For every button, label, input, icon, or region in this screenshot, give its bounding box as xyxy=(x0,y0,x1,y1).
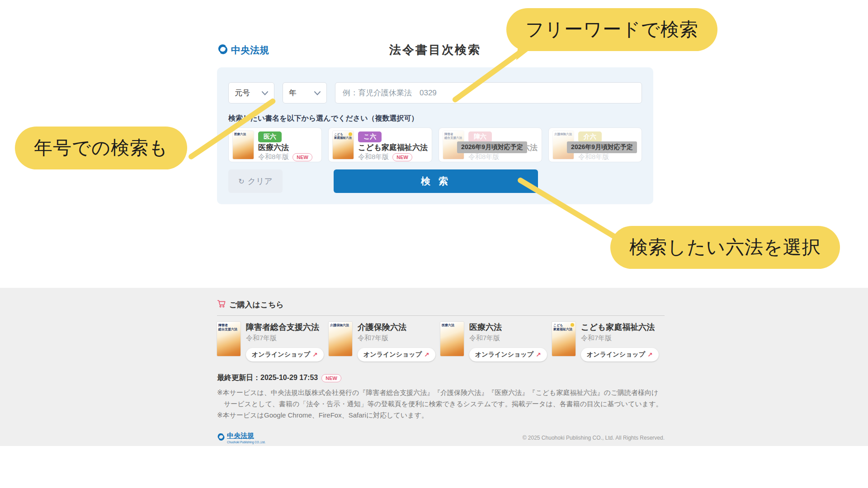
purchase-section: ご購入はこちら 障害者 総合支援六法 障害者総合支援六法 令和7年版 オンライン… xyxy=(0,288,868,446)
purchase-book-title: 介護保険六法 xyxy=(358,322,435,333)
purchase-book-edition: 令和7年版 xyxy=(581,334,659,343)
purchase-item: こども 家庭福祉六法 こども家庭福祉六法 令和7年版 オンラインショップ ↗ xyxy=(552,322,664,361)
chevron-down-icon xyxy=(262,89,268,98)
new-badge: NEW xyxy=(292,153,312,161)
book-cover-thumbnail: 介護保険六法 xyxy=(329,322,352,356)
book-badge: 介六 xyxy=(578,131,602,142)
external-link-icon: ↗ xyxy=(424,351,429,358)
footer-logo-text: 中央法規 xyxy=(227,432,254,439)
new-badge: NEW xyxy=(392,153,412,161)
service-note-1: ※本サービスは、中央法規出版株式会社発行の『障害者総合支援六法』『介護保険六法』… xyxy=(217,387,665,410)
book-cover-thumbnail: 医療六法 xyxy=(440,322,464,356)
book-edition: 令和8年版 xyxy=(258,153,289,161)
purchase-book-edition: 令和7年版 xyxy=(358,334,435,343)
year-select-value: 年 xyxy=(289,88,297,98)
purchase-item: 介護保険六法 介護保険六法 令和7年版 オンラインショップ ↗ xyxy=(329,322,440,361)
online-shop-label: オンラインショップ xyxy=(475,351,533,359)
keyword-input[interactable] xyxy=(335,82,642,103)
brand-logo-icon xyxy=(217,433,225,443)
year-select[interactable]: 年 xyxy=(283,82,327,103)
callout-free-word-search: フリーワードで検索 xyxy=(506,8,717,51)
online-shop-button[interactable]: オンラインショップ ↗ xyxy=(246,348,324,361)
purchase-item: 障害者 総合支援六法 障害者総合支援六法 令和7年版 オンラインショップ ↗ xyxy=(217,322,329,361)
era-select-value: 元号 xyxy=(235,88,250,98)
search-button[interactable]: 検 索 xyxy=(334,169,538,193)
footer-logo-subtext: Chuohoki Publishing CO.,Ltd. xyxy=(227,441,265,444)
page: 中央法規 法令書目次検索 元号 年 検索したい書名を以下から選んでください（複数… xyxy=(0,0,868,488)
divider xyxy=(217,315,665,316)
purchase-heading: ご購入はこちら xyxy=(229,300,284,310)
book-badge: 障六 xyxy=(468,131,492,142)
era-select[interactable]: 元号 xyxy=(228,82,274,103)
search-panel: 元号 年 検索したい書名を以下から選んでください（複数選択可） 医療六法 医六 xyxy=(217,67,653,204)
external-link-icon: ↗ xyxy=(312,351,318,358)
book-card-kodomo[interactable]: こども 家庭福祉六法 こ六 こども家庭福祉六法 令和8年版 NEW xyxy=(328,127,432,162)
purchase-book-title: こども家庭福祉六法 xyxy=(581,322,659,333)
footer-logo-link[interactable]: 中央法規 Chuohoki Publishing CO.,Ltd. xyxy=(217,432,265,444)
book-badge: 医六 xyxy=(258,131,282,142)
online-shop-label: オンラインショップ xyxy=(363,351,422,359)
new-badge: NEW xyxy=(321,374,341,382)
online-shop-button[interactable]: オンラインショップ ↗ xyxy=(581,348,659,361)
book-card-iryo[interactable]: 医療六法 医六 医療六法 令和8年版 NEW xyxy=(228,127,322,162)
book-select-label: 検索したい書名を以下から選んでください（複数選択可） xyxy=(228,114,642,123)
callout-text: 年号での検索も xyxy=(34,137,168,158)
book-title: こども家庭福祉六法 xyxy=(358,142,428,153)
book-card-kaigo: 介護保険六法 介六 介護保険六法 令和8年版 2026年9月頃対応予定 xyxy=(548,127,642,162)
online-shop-label: オンラインショップ xyxy=(252,351,310,359)
purchase-book-edition: 令和7年版 xyxy=(246,334,324,343)
purchase-item-list: 障害者 総合支援六法 障害者総合支援六法 令和7年版 オンラインショップ ↗ 介… xyxy=(217,322,665,361)
last-updated-text: 最終更新日：2025-10-29 17:53 xyxy=(217,373,318,383)
book-cover-thumbnail: 障害者 総合支援六法 xyxy=(217,322,241,356)
callout-select-books: 検索したい六法を選択 xyxy=(610,226,840,269)
book-badge: こ六 xyxy=(358,131,382,142)
book-card-shogaisha: 障害者 総合支援六法 障六 障害者総合支援六法 令和8年版 2026年9月頃対応… xyxy=(439,127,542,162)
copyright-text: © 2025 Chuohoki Publishing CO., Ltd. All… xyxy=(523,435,665,441)
book-card-list: 医療六法 医六 医療六法 令和8年版 NEW こども 家庭福祉六法 xyxy=(228,127,642,162)
coming-soon-tag: 2026年9月頃対応予定 xyxy=(567,141,637,153)
purchase-item: 医療六法 医療六法 令和7年版 オンラインショップ ↗ xyxy=(440,322,552,361)
online-shop-button[interactable]: オンラインショップ ↗ xyxy=(469,348,547,361)
cart-icon xyxy=(217,300,226,310)
coming-soon-tag: 2026年9月頃対応予定 xyxy=(457,141,527,153)
reset-icon: ↻ xyxy=(238,177,244,186)
service-note-2: ※本サービスはGoogle Chrome、FireFox、Safariに対応して… xyxy=(217,410,665,421)
callout-text: フリーワードで検索 xyxy=(525,19,698,40)
clear-button[interactable]: ↻ クリア xyxy=(228,169,283,193)
book-title: 医療六法 xyxy=(258,142,317,153)
book-edition: 令和8年版 xyxy=(468,153,499,161)
book-cover-thumbnail: こども 家庭福祉六法 xyxy=(552,322,576,356)
online-shop-label: オンラインショップ xyxy=(587,351,645,359)
purchase-book-edition: 令和7年版 xyxy=(469,334,547,343)
callout-text: 検索したい六法を選択 xyxy=(629,237,821,258)
online-shop-button[interactable]: オンラインショップ ↗ xyxy=(358,348,435,361)
chevron-down-icon xyxy=(314,89,321,98)
clear-button-label: クリア xyxy=(248,176,273,187)
external-link-icon: ↗ xyxy=(536,351,541,358)
purchase-book-title: 障害者総合支援六法 xyxy=(246,322,324,333)
book-edition: 令和8年版 xyxy=(578,153,609,161)
callout-era-search: 年号での検索も xyxy=(15,127,187,169)
book-cover-thumbnail: 医療六法 xyxy=(233,131,254,159)
book-edition: 令和8年版 xyxy=(358,153,389,161)
book-cover-thumbnail: こども 家庭福祉六法 xyxy=(333,131,354,159)
purchase-book-title: 医療六法 xyxy=(469,322,547,333)
external-link-icon: ↗ xyxy=(647,351,653,358)
